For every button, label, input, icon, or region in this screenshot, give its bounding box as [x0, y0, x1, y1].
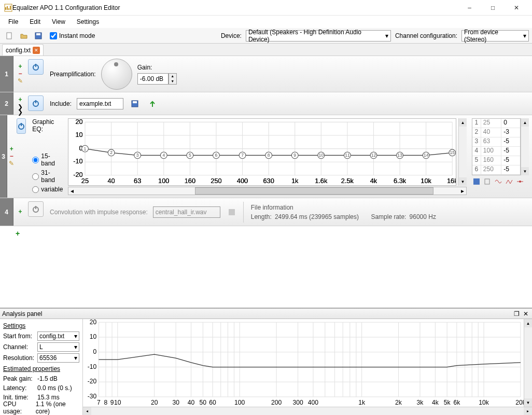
save-file-button[interactable] [32, 30, 45, 42]
ir-file-input [153, 206, 220, 218]
svg-text:100: 100 [234, 399, 245, 406]
invert-geq-button[interactable] [494, 177, 503, 186]
maximize-button[interactable]: □ [481, 0, 505, 16]
svg-text:300: 300 [292, 399, 303, 406]
open-file-button[interactable] [18, 30, 30, 42]
add-button[interactable]: + [16, 209, 24, 215]
save-ir-button[interactable] [226, 206, 238, 218]
open-include-button[interactable] [146, 98, 159, 110]
gain-knob[interactable] [101, 59, 132, 90]
power-toggle[interactable] [28, 95, 44, 111]
power-toggle-off[interactable] [28, 201, 44, 217]
channel-config-combo[interactable]: From device (Stereo) ▾ [461, 30, 529, 42]
tab-close-icon[interactable]: ✕ [33, 47, 40, 54]
gain-input[interactable] [137, 73, 169, 85]
svg-text:4k: 4k [432, 399, 439, 406]
convolution-label: Convolution with impulse response: [50, 209, 148, 216]
minimize-button[interactable]: – [458, 0, 481, 16]
svg-text:10k: 10k [479, 399, 489, 406]
power-toggle[interactable] [28, 59, 44, 75]
titlebar: Equalizer APO 1.1 Configuration Editor –… [0, 0, 532, 16]
add-button[interactable]: + [7, 146, 16, 153]
svg-text:5k: 5k [444, 399, 451, 406]
geq-hscroll[interactable]: ◂▸ [68, 187, 467, 195]
file-info-header: File information [251, 204, 446, 211]
svg-text:10: 10 [114, 399, 121, 406]
analysis-chart[interactable]: -30-20-100102078910203040506010020030040… [83, 319, 524, 407]
close-button[interactable]: ✕ [505, 0, 528, 16]
menubar: File Edit View Settings [0, 16, 532, 28]
svg-text:11: 11 [345, 153, 350, 158]
channel-config-label: Channel configuration: [393, 32, 459, 39]
analysis-title: Analysis panel [2, 310, 511, 317]
menu-settings[interactable]: Settings [72, 17, 104, 27]
menu-file[interactable]: File [3, 17, 23, 27]
power-toggle[interactable] [17, 118, 26, 134]
svg-text:8: 8 [268, 153, 270, 158]
svg-rect-128 [229, 209, 235, 215]
save-geq-button[interactable] [472, 177, 481, 186]
geq-table[interactable]: 1250240-3363-54100-55160-56250-5 [472, 118, 521, 175]
svg-text:25: 25 [81, 177, 89, 185]
analysis-settings: Settings Start from:config.txt▾ Channel:… [0, 319, 83, 415]
svg-text:6.3k: 6.3k [394, 177, 407, 185]
row-number: 4 [0, 198, 13, 226]
geq-chart[interactable]: -20-10010202540631001602504006301k1.6k2.… [68, 118, 456, 186]
svg-rect-9 [133, 101, 137, 103]
gain-spinner[interactable]: ▲▼ [137, 73, 177, 85]
radio-variable[interactable]: variable [32, 186, 63, 193]
geq-table-vscroll[interactable]: ▲▼ [521, 118, 529, 175]
svg-text:400: 400 [237, 177, 248, 185]
remove-button[interactable]: − [16, 71, 24, 77]
expand-button[interactable]: ❯❯ [16, 104, 24, 110]
instant-mode-checkbox[interactable]: Instant mode [50, 32, 95, 39]
analysis-hscroll[interactable]: ◂▸ [83, 407, 532, 415]
include-file-input[interactable] [77, 98, 123, 109]
svg-text:20: 20 [76, 118, 83, 126]
device-combo[interactable]: Default (Speakers - High Definition Audi… [246, 30, 391, 42]
save-include-button[interactable] [129, 98, 141, 110]
spin-down-icon[interactable]: ▼ [169, 79, 176, 84]
add-filter-button[interactable]: + [16, 229, 20, 238]
instant-mode-input[interactable] [50, 32, 57, 39]
remove-button[interactable]: − [7, 154, 16, 160]
geq-vscroll[interactable]: ▲▼ [458, 118, 467, 186]
dropdown-icon: ▾ [523, 32, 526, 39]
resolution-combo[interactable]: 65536▾ [37, 353, 79, 363]
svg-text:10: 10 [319, 153, 324, 158]
menu-view[interactable]: View [47, 17, 71, 27]
start-from-combo[interactable]: config.txt▾ [37, 331, 79, 341]
cpu-usage-value: 1.1 % (one core) [36, 400, 79, 415]
svg-text:2.5k: 2.5k [341, 177, 354, 185]
instant-mode-label: Instant mode [59, 32, 95, 39]
add-button[interactable]: + [16, 64, 24, 70]
svg-text:-30: -30 [88, 393, 97, 400]
app-icon [4, 4, 12, 12]
reset-geq-button[interactable] [515, 177, 525, 186]
copy-geq-button[interactable] [483, 177, 492, 186]
new-file-button[interactable] [3, 30, 16, 42]
close-panel-button[interactable]: ✕ [522, 310, 530, 318]
dropdown-icon: ▾ [385, 32, 388, 39]
gain-label: Gain: [137, 64, 177, 71]
normalize-geq-button[interactable] [505, 177, 514, 186]
radio-31band[interactable]: 31-band [32, 169, 63, 184]
svg-text:250: 250 [211, 177, 222, 185]
spin-up-icon[interactable]: ▲ [169, 74, 176, 79]
undock-button[interactable]: ❐ [512, 310, 521, 318]
filter-row-preamp: 1 + − ✎ Preamplification: Gain: ▲▼ [0, 56, 532, 92]
svg-text:20: 20 [151, 399, 158, 406]
peak-gain-value: -1.5 dB [37, 375, 58, 382]
analysis-vscroll[interactable]: ▲▼ [524, 319, 532, 407]
radio-15band[interactable]: 15-band [32, 153, 63, 167]
device-value: Default (Speakers - High Definition Audi… [248, 29, 381, 43]
menu-edit[interactable]: Edit [24, 17, 46, 27]
analysis-panel: Analysis panel ❐ ✕ Settings Start from:c… [0, 308, 532, 415]
edit-button[interactable]: ✎ [7, 161, 16, 167]
channel-combo[interactable]: L▾ [37, 342, 79, 352]
svg-text:1k: 1k [291, 177, 299, 185]
tab-config[interactable]: config.txt ✕ [2, 44, 44, 56]
edit-button[interactable]: ✎ [16, 78, 24, 85]
add-button[interactable]: + [16, 97, 24, 103]
svg-text:63: 63 [134, 177, 141, 185]
